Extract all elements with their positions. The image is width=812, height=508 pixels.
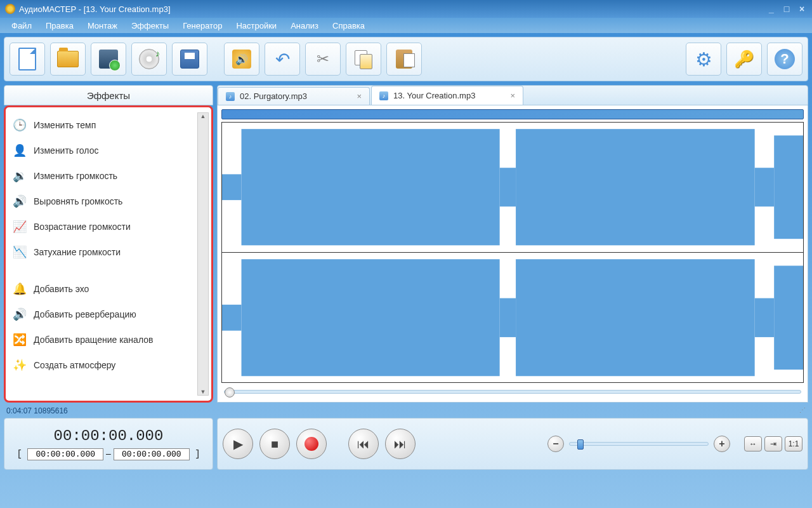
help-button[interactable]: ? — [767, 43, 802, 76]
paste-button[interactable] — [386, 43, 422, 76]
tab-close-button[interactable]: × — [510, 91, 515, 100]
time-display: 00:00:00.000 — [54, 427, 164, 444]
effect-fadein[interactable]: 📈Возрастание громкости — [8, 214, 209, 239]
menu-edit[interactable]: Правка — [39, 19, 80, 32]
save-icon — [180, 50, 199, 69]
fit-horizontal-button[interactable]: ↔ — [744, 436, 762, 451]
plus-icon: + — [719, 438, 724, 450]
status-text: 0:04:07 10895616 — [6, 406, 68, 415]
settings-button[interactable]: ⚙ — [686, 43, 721, 76]
window-title: АудиоМАСТЕР - [13. Your Creation.mp3] — [19, 4, 766, 14]
effect-echo[interactable]: 🔔Добавить эхо — [8, 276, 209, 302]
titlebar: АудиоМАСТЕР - [13. Your Creation.mp3] _ … — [0, 0, 812, 18]
volume-button[interactable] — [224, 43, 259, 76]
time-from-input[interactable] — [27, 448, 103, 460]
effect-rotate[interactable]: 🔀Добавить вращение каналов — [8, 327, 209, 352]
tab-label: 13. Your Creation.mp3 — [393, 91, 475, 100]
effect-volume[interactable]: 🔉Изменить громкость — [8, 163, 209, 189]
tab-close-button[interactable]: × — [357, 91, 362, 101]
fadeout-icon: 📉 — [12, 244, 27, 260]
svg-rect-12 — [755, 298, 775, 337]
effect-label: Изменить темп — [34, 120, 96, 130]
effects-header: Эффекты — [4, 85, 213, 105]
activation-button[interactable]: 🔑 — [726, 43, 762, 76]
effect-tempo[interactable]: 🕒Изменить темп — [8, 112, 209, 138]
fit-11-icon: 1:1 — [789, 439, 799, 448]
resize-grip[interactable]: ⋰ — [799, 406, 806, 415]
effect-fadeout[interactable]: 📉Затухание громкости — [8, 239, 209, 265]
tab-purgatory[interactable]: ♪ 02. Purgatory.mp3 × — [218, 87, 370, 105]
close-button[interactable]: × — [797, 4, 807, 14]
menu-file[interactable]: Файл — [5, 19, 38, 32]
effect-label: Добавить вращение каналов — [34, 335, 153, 345]
timeline-bar[interactable] — [221, 109, 804, 119]
stop-button[interactable]: ■ — [259, 429, 290, 459]
waveform-container[interactable] — [221, 122, 804, 383]
effect-label: Создать атмосферу — [34, 360, 115, 370]
svg-rect-11 — [516, 259, 755, 376]
menu-analysis[interactable]: Анализ — [284, 19, 325, 32]
open-file-button[interactable] — [50, 43, 86, 76]
horizontal-scroll[interactable] — [221, 385, 804, 398]
zoom-out-button[interactable]: − — [547, 436, 564, 452]
cut-button[interactable]: ✂ — [305, 43, 341, 76]
minimize-button[interactable]: _ — [766, 4, 776, 14]
effect-atmosphere[interactable]: ✨Создать атмосферу — [8, 352, 209, 378]
save-button[interactable] — [172, 43, 207, 76]
effect-voice[interactable]: 👤Изменить голос — [8, 138, 209, 163]
maximize-button[interactable]: □ — [782, 4, 792, 14]
import-video-button[interactable] — [91, 43, 126, 76]
time-panel: 00:00:00.000 [ – ] — [4, 418, 213, 470]
time-sep: – — [103, 448, 114, 458]
tab-your-creation[interactable]: ♪ 13. Your Creation.mp3 × — [371, 86, 523, 105]
effects-scrollbar[interactable] — [197, 112, 209, 396]
zoom-in-button[interactable]: + — [714, 436, 730, 452]
menubar: Файл Правка Монтаж Эффекты Генератор Нас… — [0, 18, 812, 33]
fit-selection-button[interactable]: ⇥ — [764, 436, 782, 451]
tab-label: 02. Purgatory.mp3 — [240, 91, 307, 101]
next-button[interactable]: ⏭ — [385, 429, 416, 459]
reverb-icon: 🔊 — [12, 307, 27, 322]
menu-help[interactable]: Справка — [326, 19, 371, 32]
import-cd-button[interactable] — [131, 43, 167, 76]
scissors-icon: ✂ — [317, 50, 329, 68]
time-to-input[interactable] — [114, 448, 190, 460]
svg-rect-9 — [242, 259, 500, 376]
minus-icon: − — [553, 438, 558, 450]
new-file-button[interactable] — [10, 43, 45, 76]
menu-settings[interactable]: Настройки — [230, 19, 283, 32]
svg-rect-6 — [774, 135, 803, 239]
play-button[interactable]: ▶ — [223, 429, 253, 459]
menu-montage[interactable]: Монтаж — [81, 19, 124, 32]
time-range: [ – ] — [16, 448, 200, 460]
zoom-thumb[interactable] — [577, 439, 584, 450]
prev-button[interactable]: ⏮ — [348, 429, 379, 459]
statusbar: 0:04:07 10895616 ⋰ — [4, 405, 808, 417]
folder-icon — [57, 51, 79, 67]
record-button[interactable] — [296, 429, 327, 459]
prev-icon: ⏮ — [357, 437, 370, 451]
keys-icon: 🔑 — [734, 50, 754, 69]
cd-icon — [139, 49, 159, 69]
toolbar: ↶ ✂ ⚙ 🔑 ? — [4, 37, 808, 81]
main-panel: ♪ 02. Purgatory.mp3 × ♪ 13. Your Creatio… — [217, 85, 808, 403]
svg-rect-10 — [500, 298, 516, 337]
effect-normalize[interactable]: 🔊Выровнять громкость — [8, 189, 209, 214]
normalize-icon: 🔊 — [12, 194, 27, 209]
fadein-icon: 📈 — [12, 219, 27, 234]
undo-button[interactable]: ↶ — [265, 43, 300, 76]
menu-generator[interactable]: Генератор — [176, 19, 228, 32]
copy-button[interactable] — [346, 43, 381, 76]
menu-effects[interactable]: Эффекты — [125, 19, 175, 32]
effect-label: Возрастание громкости — [34, 222, 131, 232]
fit-h-icon: ↔ — [749, 439, 757, 448]
fit-1to1-button[interactable]: 1:1 — [785, 436, 802, 451]
scroll-thumb[interactable] — [225, 387, 235, 398]
zoom-slider[interactable] — [569, 442, 709, 446]
copy-icon — [355, 50, 372, 68]
effect-label: Затухание громкости — [34, 247, 121, 257]
effect-label: Выровнять громкость — [34, 196, 122, 206]
paste-icon — [396, 50, 412, 69]
effect-reverb[interactable]: 🔊Добавить реверберацию — [8, 302, 209, 327]
stop-icon: ■ — [271, 437, 278, 451]
